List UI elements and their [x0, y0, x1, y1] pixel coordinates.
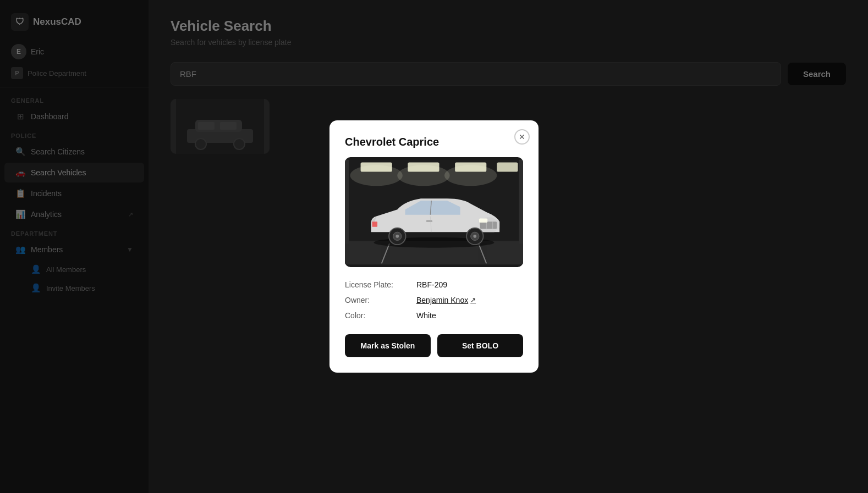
external-link-icon: ↗: [470, 296, 476, 304]
modal-actions: Mark as Stolen Set BOLO: [345, 334, 523, 357]
svg-point-29: [395, 235, 399, 238]
svg-point-12: [350, 165, 403, 186]
svg-point-14: [444, 165, 497, 186]
detail-row-color: Color: White: [345, 308, 523, 323]
license-plate-value: RBF-209: [416, 280, 447, 289]
svg-rect-25: [479, 218, 487, 223]
modal-details: License Plate: RBF-209 Owner: Benjamin K…: [345, 277, 523, 323]
svg-rect-33: [426, 220, 432, 222]
modal-close-button[interactable]: ✕: [514, 129, 530, 145]
owner-label: Owner:: [345, 296, 416, 304]
svg-rect-22: [480, 221, 497, 229]
mark-as-stolen-button[interactable]: Mark as Stolen: [345, 334, 431, 357]
license-plate-label: License Plate:: [345, 280, 416, 289]
svg-rect-19: [519, 160, 523, 243]
color-label: Color:: [345, 311, 416, 320]
owner-link[interactable]: Benjamin Knox ↗: [416, 296, 476, 304]
vehicle-detail-modal: ✕ Chevrolet Caprice: [329, 120, 539, 373]
svg-rect-11: [497, 162, 518, 171]
modal-car-image: [345, 157, 523, 267]
car-detail-svg: [345, 157, 523, 267]
svg-point-32: [473, 235, 476, 238]
detail-row-owner: Owner: Benjamin Knox ↗: [345, 292, 523, 308]
modal-overlay: ✕ Chevrolet Caprice: [0, 0, 868, 493]
svg-point-13: [397, 165, 449, 186]
detail-row-plate: License Plate: RBF-209: [345, 277, 523, 292]
modal-title: Chevrolet Caprice: [345, 136, 523, 148]
color-value: White: [416, 311, 436, 320]
svg-rect-26: [372, 221, 378, 227]
svg-rect-18: [345, 160, 349, 243]
set-bolo-button[interactable]: Set BOLO: [437, 334, 523, 357]
owner-name: Benjamin Knox: [416, 296, 468, 304]
